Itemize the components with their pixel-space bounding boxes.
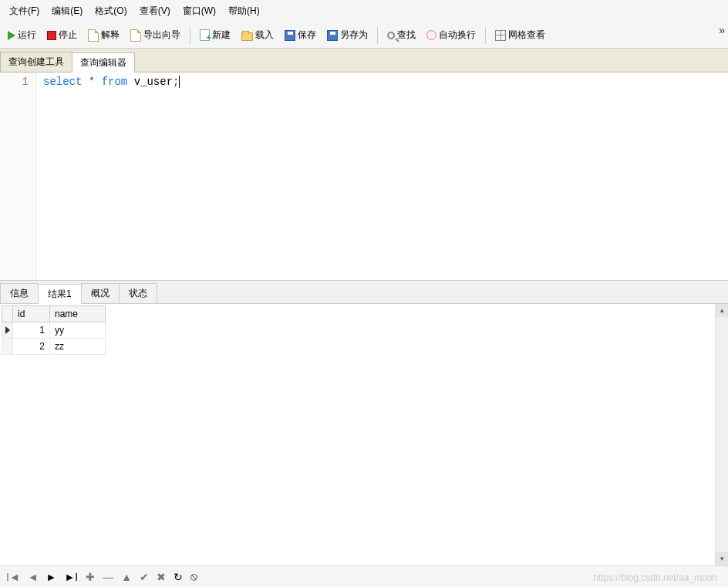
nav-cancel[interactable]: ✖ [157,571,166,583]
row-indicator [2,339,13,355]
result-tabs: 信息 结果1 概况 状态 [0,281,728,304]
scroll-down-icon[interactable]: ▾ [716,552,728,565]
new-button[interactable]: 新建 [195,25,235,45]
find-button[interactable]: 查找 [383,25,420,45]
tab-profile[interactable]: 概况 [81,283,120,303]
run-button[interactable]: 运行 [3,25,41,45]
code-area[interactable]: select * from v_user; [37,73,728,280]
scroll-up-icon[interactable]: ▴ [716,304,728,317]
search-icon [387,32,395,39]
sql-editor[interactable]: 1 select * from v_user; [0,73,728,281]
menu-view[interactable]: 查看(V) [135,3,175,19]
auto-wrap-label: 自动换行 [439,29,476,42]
save-label: 保存 [298,29,316,42]
row-indicator [2,322,13,339]
tab-result1[interactable]: 结果1 [38,284,82,304]
separator [485,27,486,44]
save-as-icon [327,30,338,41]
wrap-icon [426,30,436,40]
load-label: 载入 [255,29,274,42]
nav-stop[interactable]: ⦸ [190,570,197,583]
save-icon [285,30,295,41]
stop-button[interactable]: 停止 [42,25,82,45]
record-navigator: I◄ ◄ ► ►I ✚ — ▲ ✔ ✖ ↻ ⦸ https://blog.csd… [0,565,728,587]
export-label: 导出向导 [143,29,180,42]
tab-state[interactable]: 状态 [119,283,157,303]
identifier: v_user [127,76,173,88]
current-row-icon [5,326,10,334]
corner-cell [2,306,13,322]
tab-query-editor[interactable]: 查询编辑器 [72,52,135,73]
new-label: 新建 [212,29,231,42]
line-number: 1 [3,76,29,88]
keyword-select: select [43,76,82,88]
tab-info[interactable]: 信息 [0,283,39,303]
nav-next[interactable]: ► [46,571,57,583]
tab-query-builder[interactable]: 查询创建工具 [0,52,72,72]
line-gutter: 1 [0,73,37,280]
new-icon [200,29,210,41]
save-button[interactable]: 保存 [280,25,321,45]
keyword-from: from [102,76,128,88]
nav-first[interactable]: I◄ [6,571,20,583]
menu-format[interactable]: 格式(O) [90,3,131,19]
cell-name[interactable]: zz [50,339,106,355]
toolbar: 运行 停止 解释 导出向导 新建 载入 保存 另存为 查找 自动换行 网格查看 [0,22,728,49]
nav-post[interactable]: ✔ [140,571,149,583]
cell-id[interactable]: 2 [13,339,50,355]
page-icon [88,29,99,42]
cell-name[interactable]: yy [50,322,106,339]
menu-edit[interactable]: 编辑(E) [47,3,87,19]
export-icon [130,29,141,42]
star: * [82,76,101,88]
col-header-name[interactable]: name [50,306,106,322]
menu-help[interactable]: 帮助(H) [224,3,265,19]
save-as-label: 另存为 [340,29,368,42]
col-header-id[interactable]: id [13,306,50,322]
stop-icon [47,31,56,40]
menu-file[interactable]: 文件(F) [5,3,44,19]
explain-label: 解释 [101,29,120,42]
separator [377,27,378,44]
grid-view-button[interactable]: 网格查看 [490,25,550,45]
vertical-scrollbar[interactable]: ▴ ▾ [715,304,728,565]
result-body: id name 1 yy 2 zz ▴ ▾ [0,304,728,565]
folder-icon [241,32,253,41]
load-button[interactable]: 载入 [237,25,278,45]
grid-scroll[interactable]: id name 1 yy 2 zz [0,304,715,565]
cell-id[interactable]: 1 [13,322,50,339]
result-grid: id name 1 yy 2 zz [2,305,106,355]
auto-wrap-button[interactable]: 自动换行 [422,25,480,45]
find-label: 查找 [397,29,416,42]
header-row: id name [2,306,106,322]
nav-edit[interactable]: ▲ [121,571,132,583]
run-label: 运行 [18,29,36,42]
save-as-button[interactable]: 另存为 [322,25,372,45]
nav-last[interactable]: ►I [64,571,78,583]
table-row[interactable]: 2 zz [2,339,106,355]
nav-refresh[interactable]: ↻ [174,571,183,583]
grid-icon [495,30,506,41]
menu-window[interactable]: 窗口(W) [178,3,221,19]
watermark-text: https://blog.csdn.net/aa_moon [593,572,717,583]
grid-view-label: 网格查看 [508,29,545,42]
toolbar-overflow[interactable]: » [719,24,725,36]
nav-prev[interactable]: ◄ [28,571,39,583]
table-row[interactable]: 1 yy [2,322,106,339]
nav-delete[interactable]: — [103,571,113,583]
semicolon: ; [173,76,179,88]
separator [190,27,190,44]
text-cursor [179,76,180,88]
export-wizard-button[interactable]: 导出向导 [126,25,185,45]
play-icon [8,31,15,40]
menubar: 文件(F) 编辑(E) 格式(O) 查看(V) 窗口(W) 帮助(H) [0,0,728,22]
editor-tabs: 查询创建工具 查询编辑器 [0,49,728,73]
explain-button[interactable]: 解释 [83,25,124,45]
stop-label: 停止 [59,29,77,42]
nav-add[interactable]: ✚ [86,571,95,583]
